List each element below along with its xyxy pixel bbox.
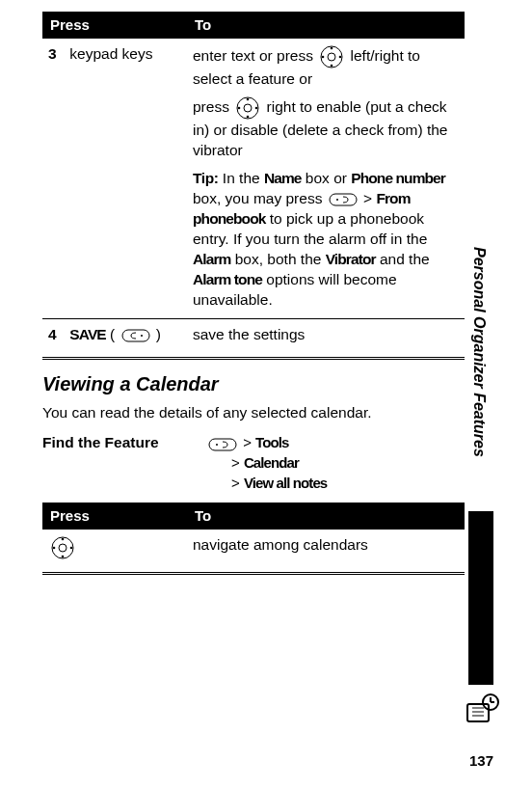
ui-term: Phone number <box>351 170 445 186</box>
svg-point-27 <box>62 538 65 541</box>
svg-point-8 <box>328 53 335 61</box>
find-feature-block: Find the Feature > Tools > Calendar > Vi… <box>42 433 465 493</box>
text: In the <box>219 170 264 186</box>
save-label: SAVE <box>69 326 105 342</box>
menu-path-item: View all notes <box>244 475 327 491</box>
svg-point-28 <box>62 556 65 558</box>
table-row: navigate among calendars <box>42 530 465 568</box>
svg-point-9 <box>331 47 333 50</box>
svg-point-15 <box>247 98 250 101</box>
tip-label: Tip: <box>193 170 219 186</box>
svg-point-29 <box>53 547 56 550</box>
table-row: 3 keypad keys enter text or press <box>42 39 465 318</box>
press-cell <box>42 530 187 568</box>
text: box, both the <box>230 251 325 267</box>
step-number: 4 <box>48 325 66 345</box>
section-body: You can read the details of any selected… <box>42 403 465 423</box>
side-section-label: Personal Organizer Features <box>470 193 490 511</box>
menu-path-item: Tools <box>255 434 288 450</box>
ui-term: Alarm <box>193 251 230 267</box>
double-rule <box>42 357 465 360</box>
text: > <box>243 434 255 450</box>
text: and the <box>376 251 430 267</box>
text: > <box>231 454 244 471</box>
step-3-press: 3 keypad keys <box>42 39 187 318</box>
text: press <box>193 98 233 115</box>
col-press-header: Press <box>42 503 187 530</box>
text: ) <box>152 326 161 342</box>
step-press-text: keypad keys <box>69 45 152 62</box>
text: ( <box>106 326 120 342</box>
table-row: 4 SAVE ( ) save the settings <box>42 318 465 353</box>
softkey-icon <box>329 189 358 209</box>
text: box, you may press <box>193 190 327 206</box>
svg-point-10 <box>331 65 333 68</box>
col-to-header: To <box>187 503 465 530</box>
alarm-clock-phone-icon <box>465 691 501 727</box>
find-feature-label: Find the Feature <box>42 433 206 493</box>
svg-point-24 <box>216 444 218 446</box>
col-to-header: To <box>187 12 465 39</box>
svg-point-20 <box>336 199 338 201</box>
svg-point-16 <box>247 116 250 119</box>
to-cell: navigate among calendars <box>187 530 465 568</box>
ui-term: Name <box>264 170 302 186</box>
side-black-bar <box>468 511 493 685</box>
page-number: 137 <box>469 751 493 771</box>
svg-point-30 <box>70 547 73 550</box>
ui-term: Vibrator <box>326 251 376 267</box>
col-press-header: Press <box>42 12 187 39</box>
softkey-icon <box>208 434 237 453</box>
step-4-to: save the settings <box>187 318 465 353</box>
dpad-icon <box>319 44 344 69</box>
step-3-to: enter text or press left/right to select… <box>187 39 465 318</box>
menu-path-item: Calendar <box>244 454 299 471</box>
instruction-table-1: Press To 3 keypad keys enter text or pre… <box>42 12 465 353</box>
ui-term: Alarm tone <box>193 271 262 287</box>
section-heading: Viewing a Calendar <box>42 371 465 397</box>
svg-point-11 <box>322 56 325 59</box>
find-feature-path: > Tools > Calendar > View all notes <box>206 433 327 493</box>
svg-point-12 <box>339 56 342 59</box>
step-4-press: 4 SAVE ( ) <box>42 318 187 353</box>
text: > <box>231 475 244 491</box>
dpad-icon <box>50 535 75 560</box>
text: > <box>359 190 377 206</box>
svg-point-18 <box>255 107 258 110</box>
svg-rect-19 <box>330 194 357 205</box>
svg-point-26 <box>59 544 66 552</box>
softkey-icon <box>121 325 150 345</box>
svg-point-22 <box>141 335 143 337</box>
text: enter text or press <box>193 47 317 64</box>
dpad-icon <box>235 95 260 121</box>
instruction-table-2: Press To navigate among calendars <box>42 503 465 568</box>
double-rule <box>42 572 465 575</box>
step-number: 3 <box>48 44 66 65</box>
svg-point-14 <box>244 104 252 112</box>
svg-rect-21 <box>122 330 149 341</box>
svg-rect-23 <box>209 439 236 450</box>
svg-point-17 <box>238 107 241 110</box>
text: box or <box>302 170 352 186</box>
